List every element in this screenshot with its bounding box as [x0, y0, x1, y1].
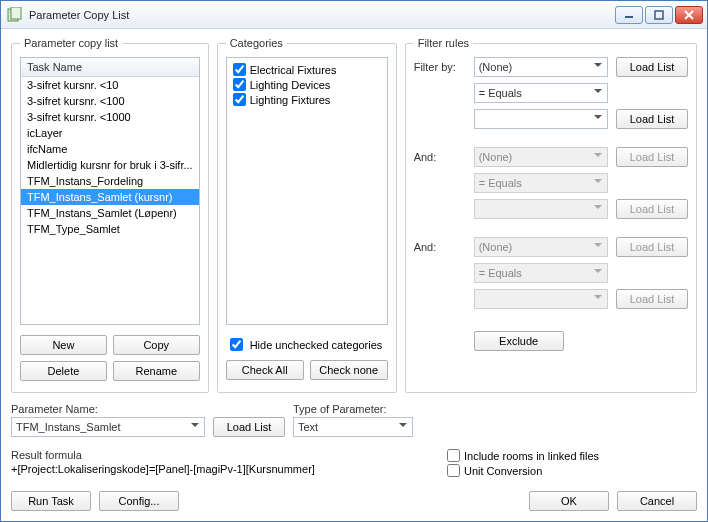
- check-none-button[interactable]: Check none: [310, 360, 388, 380]
- task-list-header: Task Name: [21, 58, 199, 77]
- task-list-item[interactable]: TFM_Type_Samlet: [21, 221, 199, 237]
- category-label: Lighting Devices: [250, 79, 331, 91]
- category-item[interactable]: Lighting Devices: [231, 77, 383, 92]
- group-label: Categories: [226, 37, 287, 49]
- parameter-name-select[interactable]: TFM_Instans_Samlet: [11, 417, 205, 437]
- categories-tree[interactable]: Electrical FixturesLighting DevicesLight…: [226, 57, 388, 325]
- filter-operator-select: = Equals: [474, 173, 608, 193]
- ok-button[interactable]: OK: [529, 491, 609, 511]
- exclude-button[interactable]: Exclude: [474, 331, 564, 351]
- app-window: Parameter Copy List Parameter copy list …: [0, 0, 708, 522]
- titlebar: Parameter Copy List: [1, 1, 707, 29]
- group-filter-rules: Filter rules Filter by:(None)Load List= …: [405, 37, 697, 393]
- hide-unchecked-label: Hide unchecked categories: [250, 339, 383, 351]
- cancel-button[interactable]: Cancel: [617, 491, 697, 511]
- task-list-item[interactable]: TFM_Instans_Samlet (Løpenr): [21, 205, 199, 221]
- category-label: Electrical Fixtures: [250, 64, 337, 76]
- maximize-button[interactable]: [645, 6, 673, 24]
- filter-field-select: (None): [474, 147, 608, 167]
- window-title: Parameter Copy List: [29, 9, 615, 21]
- group-label: Filter rules: [414, 37, 473, 49]
- filter-by-label: Filter by:: [414, 61, 466, 73]
- task-list-item[interactable]: 3-sifret kursnr. <100: [21, 93, 199, 109]
- category-item[interactable]: Electrical Fixtures: [231, 62, 383, 77]
- category-label: Lighting Fixtures: [250, 94, 331, 106]
- filter-and-label: And:: [414, 151, 466, 163]
- parameter-name-load-list-button[interactable]: Load List: [213, 417, 285, 437]
- filter-load-list-button: Load List: [616, 147, 688, 167]
- unit-conversion-label: Unit Conversion: [464, 465, 542, 477]
- category-checkbox[interactable]: [233, 78, 246, 91]
- svg-rect-3: [655, 11, 663, 19]
- task-list-item[interactable]: ifcName: [21, 141, 199, 157]
- filter-load-list-button: Load List: [616, 237, 688, 257]
- task-list-item[interactable]: icLayer: [21, 125, 199, 141]
- filter-and-label: And:: [414, 241, 466, 253]
- task-list-item[interactable]: Midlertidig kursnr for bruk i 3-sifr...: [21, 157, 199, 173]
- window-controls: [615, 6, 703, 24]
- group-label: Parameter copy list: [20, 37, 122, 49]
- category-checkbox[interactable]: [233, 63, 246, 76]
- type-of-parameter-label: Type of Parameter:: [293, 403, 413, 415]
- config-button[interactable]: Config...: [99, 491, 179, 511]
- result-formula-label: Result formula: [11, 449, 427, 461]
- task-list-item[interactable]: 3-sifret kursnr. <10: [21, 77, 199, 93]
- run-task-button[interactable]: Run Task: [11, 491, 91, 511]
- rename-button[interactable]: Rename: [113, 361, 200, 381]
- category-checkbox[interactable]: [233, 93, 246, 106]
- filter-value-load-list-button[interactable]: Load List: [616, 109, 688, 129]
- type-of-parameter-select[interactable]: Text: [293, 417, 413, 437]
- task-list-item[interactable]: TFM_Instans_Fordeling: [21, 173, 199, 189]
- filter-field-select[interactable]: (None): [474, 57, 608, 77]
- filter-value-select: [474, 289, 608, 309]
- task-list[interactable]: Task Name 3-sifret kursnr. <103-sifret k…: [20, 57, 200, 325]
- unit-conversion-checkbox[interactable]: Unit Conversion: [447, 464, 542, 477]
- group-categories: Categories Electrical FixturesLighting D…: [217, 37, 397, 393]
- filter-value-select: [474, 199, 608, 219]
- include-rooms-label: Include rooms in linked files: [464, 450, 599, 462]
- filter-operator-select[interactable]: = Equals: [474, 83, 608, 103]
- close-button[interactable]: [675, 6, 703, 24]
- task-list-item[interactable]: TFM_Instans_Samlet (kursnr): [21, 189, 199, 205]
- result-formula-value: +[Project:Lokaliseringskode]=[Panel]-[ma…: [11, 463, 427, 475]
- filter-field-select: (None): [474, 237, 608, 257]
- copy-button[interactable]: Copy: [113, 335, 200, 355]
- filter-load-list-button[interactable]: Load List: [616, 57, 688, 77]
- category-item[interactable]: Lighting Fixtures: [231, 92, 383, 107]
- task-list-item[interactable]: 3-sifret kursnr. <1000: [21, 109, 199, 125]
- include-rooms-checkbox[interactable]: Include rooms in linked files: [447, 449, 599, 462]
- filter-value-select[interactable]: [474, 109, 608, 129]
- delete-button[interactable]: Delete: [20, 361, 107, 381]
- client-area: Parameter copy list Task Name 3-sifret k…: [1, 29, 707, 521]
- group-parameter-copy-list: Parameter copy list Task Name 3-sifret k…: [11, 37, 209, 393]
- hide-unchecked-checkbox[interactable]: Hide unchecked categories: [226, 335, 388, 354]
- check-all-button[interactable]: Check All: [226, 360, 304, 380]
- filter-value-load-list-button: Load List: [616, 199, 688, 219]
- parameter-name-label: Parameter Name:: [11, 403, 205, 415]
- filter-value-load-list-button: Load List: [616, 289, 688, 309]
- minimize-button[interactable]: [615, 6, 643, 24]
- svg-rect-1: [11, 7, 21, 19]
- new-button[interactable]: New: [20, 335, 107, 355]
- app-icon: [7, 7, 23, 23]
- filter-operator-select: = Equals: [474, 263, 608, 283]
